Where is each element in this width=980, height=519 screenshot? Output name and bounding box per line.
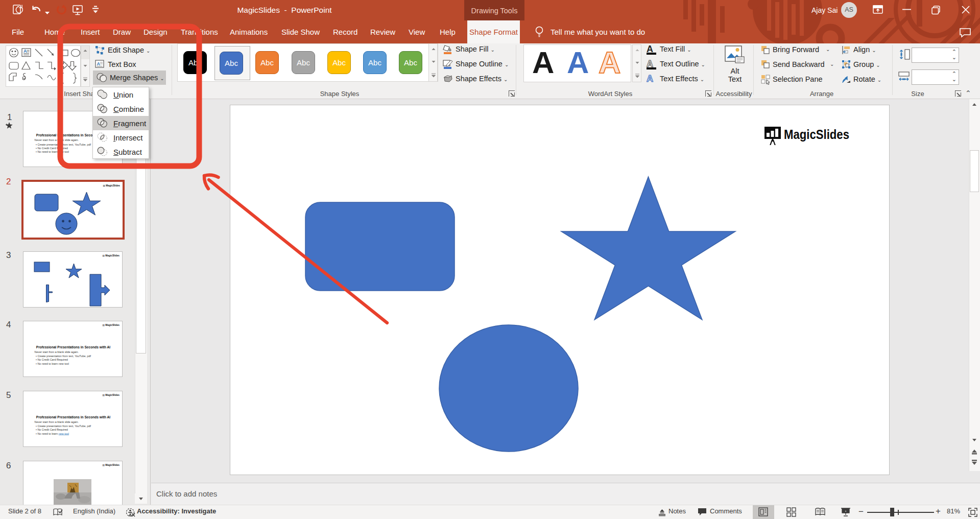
svg-text:MagicSlides: MagicSlides [784, 127, 849, 142]
svg-text:A: A [97, 61, 101, 66]
svg-text:A: A [23, 49, 27, 54]
